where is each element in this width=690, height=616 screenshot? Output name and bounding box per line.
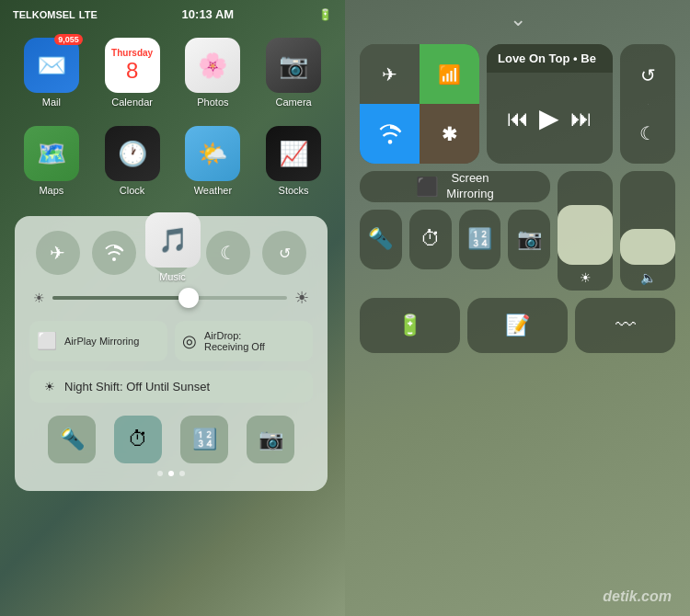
volume-fill-tile — [620, 229, 675, 265]
wifi-btn-right[interactable] — [360, 104, 420, 164]
cc-grid: ✈ 📶 ✱ Love On Top • Be ⏮ ▶ ⏭ — [345, 37, 690, 360]
calendar-icon: Thursday 8 — [105, 38, 160, 93]
camera-label: Camera — [276, 97, 312, 108]
timer-btn-left[interactable]: ⏱ — [114, 416, 162, 463]
status-bar: TELKOMSEL LTE 10:13 AM 🔋 — [0, 0, 345, 25]
weather-icon: 🌤️ — [185, 126, 240, 181]
bluetooth-btn-right[interactable]: ✱ — [420, 104, 479, 164]
app-maps[interactable]: 🗺️ Maps — [18, 126, 85, 196]
soundwave-btn[interactable]: 〰 — [575, 298, 675, 353]
airdrop-icon: ◎ — [182, 331, 197, 351]
app-calendar[interactable]: Thursday 8 Calendar — [99, 38, 166, 108]
calendar-day: Thursday — [111, 48, 153, 58]
brightness-slider-tile[interactable]: ☀ — [558, 171, 613, 291]
play-btn[interactable]: ▶ — [539, 103, 559, 133]
brightness-thumb[interactable] — [178, 288, 199, 308]
dot-1 — [157, 471, 163, 476]
calc-btn[interactable]: 🔢 — [459, 210, 501, 269]
clock-label: Clock — [120, 185, 145, 196]
maps-icon: 🗺️ — [24, 126, 79, 181]
cc-row-3: 🔋 📝 〰 — [360, 298, 675, 353]
dot-3 — [179, 471, 185, 476]
calendar-label: Calendar — [111, 97, 153, 108]
dnd-btn-right[interactable]: ☾ — [639, 122, 656, 144]
clock-icon: 🕐 — [105, 126, 160, 181]
stocks-label: Stocks — [279, 185, 309, 196]
action-row: ⬜ AirPlay Mirroring ◎ AirDrop:Receiving … — [29, 321, 313, 361]
phone-left: TELKOMSEL LTE 10:13 AM 🔋 ✉️ 9,055 Mail T… — [0, 0, 345, 616]
app-music[interactable]: 🎵 Music — [145, 212, 201, 282]
stocks-icon: 📈 — [266, 126, 321, 181]
network-label: LTE — [79, 9, 98, 20]
brightness-track[interactable] — [52, 296, 287, 300]
weather-label: Weather — [194, 185, 232, 196]
mail-label: Mail — [42, 97, 61, 108]
bottom-apps: 🔦 ⏱ 🔢 📷 — [29, 416, 313, 463]
brightness-slider-row: ☀ ☀ — [29, 288, 313, 308]
screen-mirror-icon: ⬛ — [416, 176, 439, 198]
prev-btn[interactable]: ⏮ — [507, 106, 529, 131]
status-left: TELKOMSEL LTE — [13, 9, 98, 20]
flashlight-btn[interactable]: 🔦 — [360, 210, 402, 269]
tools-row: 🔦 ⏱ 🔢 📷 — [360, 210, 550, 269]
app-weather[interactable]: 🌤️ Weather — [180, 126, 247, 196]
page-dots — [29, 471, 313, 476]
cc-row-1: ✈ 📶 ✱ Love On Top • Be ⏮ ▶ ⏭ — [360, 44, 675, 164]
battery-btn[interactable]: 🔋 — [360, 298, 460, 353]
carrier-label: TELKOMSEL — [13, 9, 75, 20]
music-icon-left: 🎵 — [145, 212, 201, 268]
mail-icon: ✉️ 9,055 — [24, 38, 79, 93]
dot-2 — [168, 471, 174, 476]
status-right: 🔋 — [318, 8, 332, 21]
brightness-fill-tile — [558, 205, 613, 265]
night-shift-icon: ☀ — [44, 380, 55, 394]
night-shift-label: Night Shift: Off Until Sunset — [64, 380, 210, 394]
screen-mirroring-btn[interactable]: ⬛ ScreenMirroring — [360, 171, 550, 202]
camera-icon: 📷 — [266, 38, 321, 93]
network-tile: ✈ 📶 ✱ — [360, 44, 479, 164]
brightness-max-icon: ☀ — [294, 288, 309, 308]
music-label: Music — [159, 271, 186, 282]
airplane-btn-right[interactable]: ✈ — [360, 44, 420, 104]
airdrop-btn[interactable]: ◎ AirDrop:Receiving Off — [175, 321, 313, 361]
next-btn[interactable]: ⏭ — [570, 106, 592, 131]
calendar-date: 8 — [126, 58, 138, 84]
mail-badge: 9,055 — [54, 34, 83, 45]
screen-mirror-label: ScreenMirroring — [446, 171, 493, 202]
photos-label: Photos — [197, 97, 228, 108]
notes-btn[interactable]: 📝 — [467, 298, 568, 353]
brightness-fill — [52, 296, 189, 300]
cc-row-2: ⬛ ScreenMirroring 🔦 ⏱ 🔢 📷 ☀ 🔈 — [360, 171, 675, 291]
app-stocks[interactable]: 📈 Stocks — [260, 126, 327, 196]
music-title: Love On Top • Be — [487, 44, 613, 73]
calc-btn-left[interactable]: 🔢 — [180, 416, 228, 463]
app-photos[interactable]: 🌸 Photos — [180, 38, 247, 108]
music-controls: ⏮ ▶ ⏭ — [487, 73, 613, 164]
maps-label: Maps — [39, 185, 63, 196]
rotation-dnd-tile: ↺ ☾ — [620, 44, 675, 164]
timer-btn[interactable]: ⏱ — [409, 210, 452, 269]
volume-slider-tile[interactable]: 🔈 — [620, 171, 675, 291]
cellular-btn[interactable]: 📶 — [420, 44, 479, 104]
rotation-btn-right[interactable]: ↺ — [640, 64, 656, 86]
night-shift-btn[interactable]: ☀ Night Shift: Off Until Sunset — [29, 371, 313, 403]
app-camera[interactable]: 📷 Camera — [260, 38, 327, 108]
camera-btn[interactable]: 📷 — [508, 210, 550, 269]
airplay-btn[interactable]: ⬜ AirPlay Mirroring — [29, 321, 167, 361]
phone-right: ⌄ ✈ 📶 ✱ Love On Top • Be ⏮ ▶ — [345, 0, 690, 616]
app-mail[interactable]: ✉️ 9,055 Mail — [18, 38, 85, 108]
photos-icon: 🌸 — [185, 38, 240, 93]
app-grid-row2: 🗺️ Maps 🕐 Clock 🌤️ Weather 📈 Stocks — [0, 117, 345, 205]
airdrop-label: AirDrop:Receiving Off — [204, 330, 265, 352]
music-tile: Love On Top • Be ⏮ ▶ ⏭ — [487, 44, 613, 164]
airplay-label: AirPlay Mirroring — [64, 336, 139, 347]
app-grid-row1: ✉️ 9,055 Mail Thursday 8 Calendar 🌸 Phot… — [0, 29, 345, 117]
camera-btn-left[interactable]: 📷 — [247, 416, 294, 463]
time-display: 10:13 AM — [182, 7, 235, 21]
chevron-down[interactable]: ⌄ — [345, 0, 690, 37]
watermark: detik.com — [603, 588, 672, 605]
flashlight-btn-left[interactable]: 🔦 — [48, 416, 96, 463]
app-clock[interactable]: 🕐 Clock — [99, 126, 166, 196]
volume-icon-tile: 🔈 — [635, 265, 661, 291]
brightness-min-icon: ☀ — [33, 291, 45, 305]
